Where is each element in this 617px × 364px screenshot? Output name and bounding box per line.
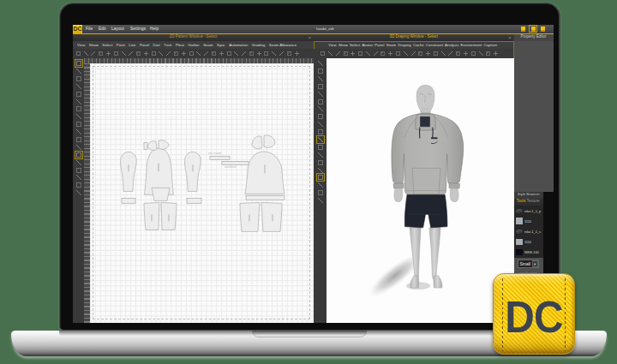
svg-text:nike-hoodie: nike-hoodie xyxy=(208,152,222,155)
svg-text:waistband: waistband xyxy=(225,165,237,169)
